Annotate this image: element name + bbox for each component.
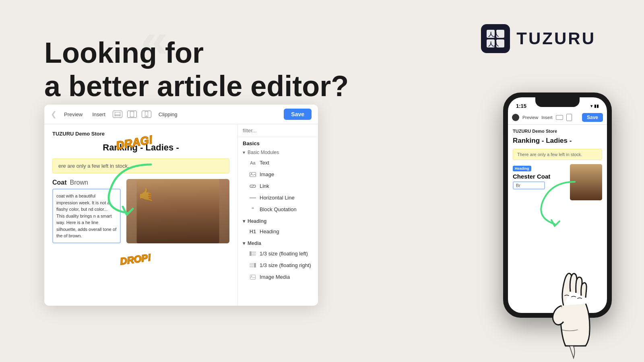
dropdown-panel: Basics ▾ Basic Modules Aa Text Image Lin… xyxy=(237,124,318,305)
phone-alert-banner: There are only a few left in stock. xyxy=(513,149,602,160)
svg-rect-17 xyxy=(254,263,256,267)
editor-toolbar: ❮ Preview Insert Clipping Save xyxy=(44,105,318,124)
phone-save-button[interactable]: Save xyxy=(582,113,603,122)
store-name: TUZURU Demo Store xyxy=(52,131,229,137)
svg-rect-14 xyxy=(250,251,252,256)
svg-rect-15 xyxy=(252,251,256,253)
basics-section-header: Basics xyxy=(238,137,318,148)
phone-notch xyxy=(535,97,580,107)
media-2-icon xyxy=(249,263,256,268)
svg-text:人人: 人人 xyxy=(488,31,499,37)
phone-heading-badge: Heading xyxy=(513,166,531,171)
phone-product-text: Heading Chester Coat xyxy=(513,164,567,189)
hero-title: Looking for a better article editor? xyxy=(44,36,349,103)
phone-content: TUZURU Demo Store Ranking - Ladies - The… xyxy=(508,125,607,204)
phone-time: 1:15 xyxy=(516,103,526,109)
link-icon xyxy=(249,183,256,189)
preview-button[interactable]: Preview xyxy=(62,110,85,119)
wifi-icon: ▾ xyxy=(590,104,592,108)
product-name: Coat Brown xyxy=(52,179,121,186)
media-item-1[interactable]: 1/3 size (floating left) xyxy=(238,248,318,259)
drop-label: DROP! xyxy=(119,252,151,267)
editor-body: TUZURU Demo Store Ranking - Ladies - ere… xyxy=(44,124,318,305)
product-image: 🤙 xyxy=(126,179,229,243)
save-button[interactable]: Save xyxy=(284,109,312,120)
media-1-icon xyxy=(249,251,256,257)
svg-rect-6 xyxy=(115,112,120,116)
product-row: Coat Brown coat with a beautiful impress… xyxy=(52,179,229,243)
desktop-icon[interactable] xyxy=(113,111,122,118)
phone-insert-button[interactable]: Insert xyxy=(541,115,553,120)
text-icon: Aa xyxy=(249,160,256,166)
phone-name-input[interactable] xyxy=(513,181,545,189)
horizontal-line-icon xyxy=(249,195,256,201)
phone-toolbar: Preview Insert Save xyxy=(508,111,607,125)
svg-point-21 xyxy=(251,276,252,276)
clipping-button[interactable]: Clipping xyxy=(156,110,180,119)
phone-product-row: Heading Chester Coat xyxy=(513,164,602,200)
horizontal-line-item[interactable]: Horizontal Line xyxy=(238,192,318,204)
phone-article-title: Ranking - Ladies - xyxy=(513,137,602,145)
editor-content: TUZURU Demo Store Ranking - Ladies - ere… xyxy=(44,124,237,305)
link-item[interactable]: Link xyxy=(238,180,318,192)
svg-point-10 xyxy=(146,116,147,117)
quotation-icon: " xyxy=(249,207,256,212)
product-description: coat with a beautiful impression week. I… xyxy=(52,189,121,243)
phone-back-icon xyxy=(512,114,519,121)
phone-mobile-icon[interactable] xyxy=(566,114,572,121)
heading-subsection-header: ▾ Heading xyxy=(238,215,318,226)
article-title: Ranking - Ladies - xyxy=(52,142,229,153)
desktop-editor: ❮ Preview Insert Clipping Save TUZURU De… xyxy=(44,105,318,306)
tablet-icon[interactable] xyxy=(127,111,137,118)
hero-section: Looking for a better article editor? xyxy=(44,36,349,103)
image-media-icon xyxy=(249,274,256,280)
heading-item[interactable]: H1 Heading xyxy=(238,226,318,237)
phone-desktop-icon[interactable] xyxy=(556,115,563,120)
svg-rect-8 xyxy=(130,111,134,117)
block-quotation-item[interactable]: " Block Quotation xyxy=(238,204,318,215)
image-item[interactable]: Image xyxy=(238,169,318,180)
brand-name: TUZURU xyxy=(516,29,596,48)
battery-icon: ▮▮ xyxy=(594,104,599,108)
phone-product-name: Chester Coat xyxy=(513,173,567,180)
alert-banner: ere are only a few left in stock. xyxy=(52,158,229,173)
logo-icon: 人人 人人 xyxy=(481,24,510,53)
basic-modules-subsection: ▾ Basic Modules xyxy=(238,148,318,157)
insert-button[interactable]: Insert xyxy=(90,110,108,119)
svg-rect-19 xyxy=(250,265,254,267)
filter-input[interactable] xyxy=(238,124,318,137)
hand-illustration xyxy=(499,233,620,362)
mobile-icon[interactable] xyxy=(142,111,151,118)
phone-product-image xyxy=(570,164,602,200)
phone-preview-button[interactable]: Preview xyxy=(522,115,538,120)
logo-area: 人人 人人 TUZURU xyxy=(481,24,596,53)
svg-text:人人: 人人 xyxy=(488,41,499,47)
text-item[interactable]: Aa Text xyxy=(238,157,318,169)
heading-icon: H1 xyxy=(249,229,256,234)
media-item-2[interactable]: 1/3 size (floating right) xyxy=(238,259,318,271)
product-text-block: Coat Brown coat with a beautiful impress… xyxy=(52,179,121,243)
image-media-item[interactable]: Image Media xyxy=(238,271,318,283)
image-icon xyxy=(249,172,256,177)
phone-store-name: TUZURU Demo Store xyxy=(513,129,602,134)
media-subsection-header: ▾ Media xyxy=(238,237,318,248)
svg-rect-18 xyxy=(250,263,254,265)
phone-status-icons: ▾ ▮▮ xyxy=(590,104,599,108)
svg-rect-16 xyxy=(252,254,256,256)
